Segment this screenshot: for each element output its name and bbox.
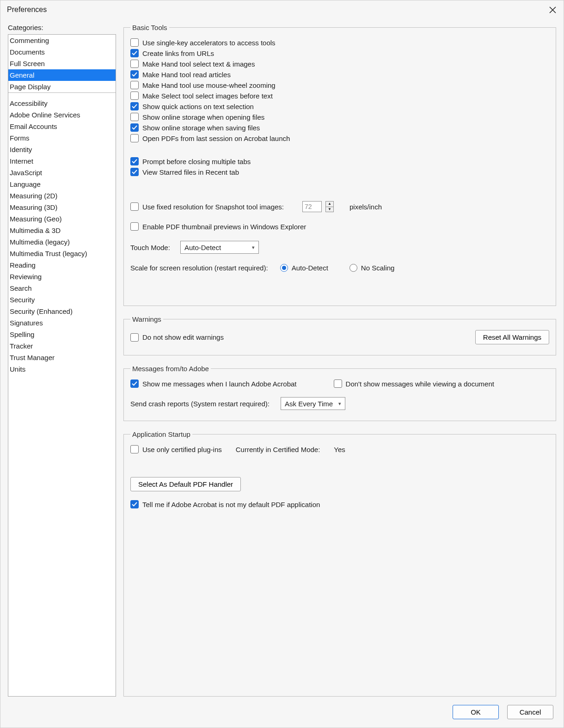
touch-mode-value: Auto-Detect	[184, 244, 221, 251]
category-item[interactable]: Internet	[8, 155, 116, 167]
checkbox[interactable]	[130, 60, 139, 68]
categories-column: Categories: CommentingDocumentsFull Scre…	[8, 24, 116, 697]
default-pdf-handler-button[interactable]: Select As Default PDF Handler	[130, 477, 241, 491]
checkbox[interactable]	[130, 123, 139, 132]
category-item[interactable]: Measuring (3D)	[8, 202, 116, 213]
checkbox[interactable]	[130, 49, 139, 57]
warnings-legend: Warnings	[130, 315, 163, 323]
checkbox-row: Show quick actions on text selection	[130, 102, 549, 110]
checkbox-label: Show quick actions on text selection	[142, 103, 254, 110]
crash-reports-value: Ask Every Time	[285, 400, 333, 408]
checkbox[interactable]	[130, 102, 139, 110]
category-item[interactable]: Spelling	[8, 329, 116, 340]
category-item[interactable]: Measuring (2D)	[8, 190, 116, 202]
checkbox[interactable]	[130, 81, 139, 89]
category-item[interactable]: Page Display	[8, 81, 116, 92]
preferences-dialog: Preferences Categories: CommentingDocume…	[0, 0, 564, 728]
category-item[interactable]: Full Screen	[8, 58, 116, 69]
category-item[interactable]: Tracker	[8, 340, 116, 352]
category-item[interactable]: General	[8, 69, 116, 81]
thumbnail-row: Enable PDF thumbnail previews in Windows…	[130, 222, 549, 231]
category-item[interactable]: Signatures	[8, 317, 116, 329]
category-item[interactable]: Documents	[8, 46, 116, 58]
edit-warnings-label: Do not show edit warnings	[142, 333, 224, 341]
dont-show-messages-checkbox[interactable]	[334, 379, 342, 388]
certified-plugins-checkbox[interactable]	[130, 445, 139, 453]
titlebar: Preferences	[0, 0, 564, 19]
thumbnail-label: Enable PDF thumbnail previews in Windows…	[142, 223, 306, 231]
categories-heading: Categories:	[8, 24, 116, 31]
category-item[interactable]: Trust Manager	[8, 352, 116, 363]
checkbox[interactable]	[130, 168, 139, 176]
touch-mode-select[interactable]: Auto-Detect ▾	[180, 241, 259, 254]
checkbox-label: Make Hand tool select text & images	[142, 60, 255, 68]
close-icon[interactable]	[548, 5, 557, 14]
cancel-button[interactable]: Cancel	[507, 705, 553, 719]
category-item[interactable]: Language	[8, 178, 116, 190]
category-item[interactable]: Multimedia & 3D	[8, 225, 116, 236]
crash-reports-label: Send crash reports (System restart requi…	[130, 400, 270, 408]
chevron-down-icon: ▾	[252, 245, 255, 251]
checkbox-label: Prompt before closing multiple tabs	[142, 158, 251, 165]
checkbox-label: Make Select tool select images before te…	[142, 92, 273, 100]
checkbox-row: Open PDFs from last session on Acrobat l…	[130, 134, 549, 142]
snapshot-spinner[interactable]: ▲▼	[325, 201, 334, 212]
default-app-checkbox[interactable]	[130, 500, 139, 508]
checkbox-row: Make Hand tool select text & images	[130, 60, 549, 68]
snapshot-unit: pixels/inch	[349, 203, 382, 211]
ok-button[interactable]: OK	[453, 705, 499, 719]
category-item[interactable]: Security	[8, 294, 116, 306]
checkbox-label: Make Hand tool use mouse-wheel zooming	[142, 81, 276, 89]
reset-warnings-button[interactable]: Reset All Warnings	[475, 330, 549, 344]
checkbox[interactable]	[130, 134, 139, 142]
category-item[interactable]: Email Accounts	[8, 121, 116, 132]
checkbox-row: Make Hand tool read articles	[130, 70, 549, 79]
certified-mode-value: Yes	[334, 446, 345, 453]
category-item[interactable]: Identity	[8, 144, 116, 155]
category-item[interactable]: Multimedia Trust (legacy)	[8, 248, 116, 259]
category-item[interactable]: Reading	[8, 259, 116, 271]
touch-mode-label: Touch Mode:	[130, 244, 170, 251]
edit-warnings-checkbox[interactable]	[130, 333, 139, 342]
crash-reports-select[interactable]: Ask Every Time ▾	[281, 397, 345, 410]
chevron-down-icon: ▾	[338, 401, 341, 407]
messages-legend: Messages from/to Adobe	[130, 365, 211, 373]
checkbox-row: Use single-key accelerators to access to…	[130, 38, 549, 47]
checkbox[interactable]	[130, 70, 139, 79]
category-item[interactable]: Measuring (Geo)	[8, 213, 116, 225]
checkbox-label: Create links from URLs	[142, 49, 214, 57]
category-item[interactable]: Adobe Online Services	[8, 109, 116, 121]
certified-mode-label: Currently in Certified Mode:	[236, 446, 320, 453]
window-title: Preferences	[7, 6, 47, 14]
category-item[interactable]: Reviewing	[8, 271, 116, 282]
checkbox[interactable]	[130, 157, 139, 165]
snapshot-checkbox[interactable]	[130, 202, 139, 211]
snapshot-row: Use fixed resolution for Snapshot tool i…	[130, 201, 549, 212]
categories-listbox[interactable]: CommentingDocumentsFull ScreenGeneralPag…	[8, 34, 116, 697]
basic-tools-group: Basic Tools Use single-key accelerators …	[123, 24, 556, 306]
scale-label: Scale for screen resolution (restart req…	[130, 264, 268, 272]
checkbox-label: Show online storage when opening files	[142, 113, 264, 121]
scale-no-scaling-radio[interactable]	[349, 264, 357, 272]
checkbox-label: Open PDFs from last session on Acrobat l…	[142, 135, 290, 142]
category-item[interactable]: Forms	[8, 132, 116, 144]
category-item[interactable]: Multimedia (legacy)	[8, 236, 116, 248]
scale-auto-detect-radio[interactable]	[280, 264, 288, 272]
main-column: Basic Tools Use single-key accelerators …	[123, 24, 556, 697]
checkbox-row: Create links from URLs	[130, 49, 549, 57]
checkbox[interactable]	[130, 113, 139, 121]
snapshot-resolution-input[interactable]	[302, 201, 322, 212]
category-item[interactable]: Security (Enhanced)	[8, 306, 116, 317]
scale-row: Scale for screen resolution (restart req…	[130, 264, 549, 272]
checkbox-label: Make Hand tool read articles	[142, 71, 231, 79]
category-item[interactable]: Search	[8, 282, 116, 294]
scale-no-scaling-label: No Scaling	[361, 264, 395, 272]
thumbnail-checkbox[interactable]	[130, 222, 139, 231]
category-item[interactable]: Units	[8, 363, 116, 375]
checkbox[interactable]	[130, 92, 139, 100]
category-item[interactable]: JavaScript	[8, 167, 116, 178]
show-messages-checkbox[interactable]	[130, 379, 139, 388]
category-item[interactable]: Commenting	[8, 35, 116, 46]
category-item[interactable]: Accessibility	[8, 98, 116, 109]
checkbox[interactable]	[130, 38, 139, 47]
